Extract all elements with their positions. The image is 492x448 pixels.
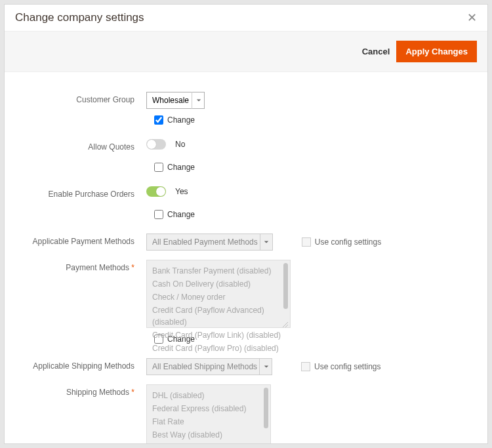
list-item[interactable]: Credit Card (Payflow Advanced) (disabled…	[152, 304, 285, 329]
enable-po-value: Yes	[175, 187, 188, 196]
list-item[interactable]: Federal Express (disabled)	[152, 402, 265, 415]
resize-handle-icon[interactable]	[282, 319, 289, 326]
customer-group-change-box[interactable]	[154, 115, 163, 125]
shipping-use-config-box[interactable]	[301, 362, 310, 371]
allow-quotes-toggle[interactable]	[146, 139, 166, 150]
payment-use-config-box[interactable]	[302, 237, 311, 247]
close-icon[interactable]: ✕	[467, 12, 477, 24]
apply-changes-button[interactable]: Apply Changes	[396, 41, 477, 62]
shipping-methods-label: Shipping Methods	[24, 384, 146, 397]
applicable-payment-label: Applicable Payment Methods	[24, 234, 146, 246]
action-bar: Cancel Apply Changes	[5, 31, 487, 72]
titlebar: Change company settings ✕	[5, 5, 487, 31]
list-item[interactable]: DHL (disabled)	[152, 389, 265, 402]
enable-po-change-box[interactable]	[154, 210, 163, 219]
list-item[interactable]: Credit Card (Payflow Link) (disabled)	[152, 329, 285, 342]
scrollbar[interactable]	[264, 388, 268, 428]
list-item[interactable]: Free Shipping (disabled)	[152, 441, 265, 444]
allow-quotes-value: No	[175, 140, 185, 149]
payment-use-config-checkbox[interactable]: Use config settings	[302, 237, 381, 247]
list-item[interactable]: Flat Rate	[152, 415, 265, 428]
dialog-title: Change company settings	[15, 11, 144, 24]
enable-po-change-checkbox[interactable]: Change	[154, 210, 195, 219]
allow-quotes-label: Allow Quotes	[24, 139, 146, 152]
shipping-use-config-checkbox[interactable]: Use config settings	[301, 362, 380, 371]
list-item[interactable]: Best Way (disabled)	[152, 428, 265, 441]
payment-methods-label: Payment Methods	[24, 260, 146, 272]
enable-po-label: Enable Purchase Orders	[24, 186, 146, 199]
dialog-window: Change company settings ✕ Cancel Apply C…	[4, 4, 488, 444]
shipping-methods-listbox[interactable]: DHL (disabled) Federal Express (disabled…	[146, 384, 271, 444]
list-item[interactable]: Credit Card (Payflow Pro) (disabled)	[152, 342, 285, 355]
form-content: Customer Group Wholesale Change Allow Qu…	[5, 72, 487, 444]
list-item[interactable]: Cash On Delivery (disabled)	[152, 277, 285, 291]
list-item[interactable]: Check / Money order	[152, 291, 285, 304]
applicable-shipping-select[interactable]: All Enabled Shipping Methods	[146, 358, 272, 375]
allow-quotes-change-checkbox[interactable]: Change	[154, 163, 195, 172]
scrollbar[interactable]	[283, 263, 288, 309]
customer-group-label: Customer Group	[24, 92, 146, 104]
cancel-button[interactable]: Cancel	[362, 47, 390, 56]
customer-group-change-checkbox[interactable]: Change	[154, 115, 195, 125]
applicable-shipping-label: Applicable Shipping Methods	[24, 358, 146, 371]
payment-methods-listbox[interactable]: Bank Transfer Payment (disabled) Cash On…	[146, 260, 291, 328]
enable-po-toggle[interactable]	[146, 186, 166, 197]
list-item[interactable]: Bank Transfer Payment (disabled)	[152, 264, 285, 277]
allow-quotes-change-box[interactable]	[154, 163, 163, 172]
customer-group-select[interactable]: Wholesale	[146, 92, 205, 109]
applicable-payment-select[interactable]: All Enabled Payment Methods	[146, 234, 273, 251]
